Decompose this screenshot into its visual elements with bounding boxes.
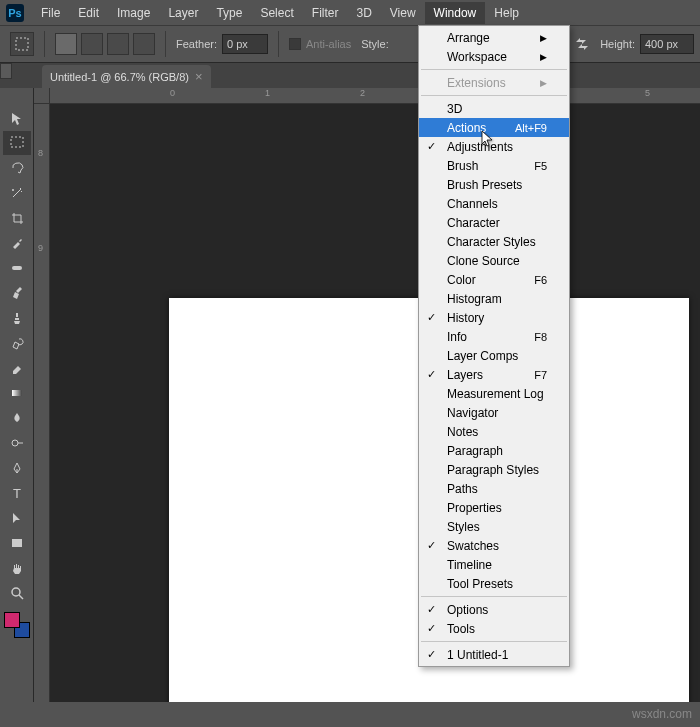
separator [278,31,279,57]
selection-new-button[interactable] [55,33,77,55]
menu-item-color[interactable]: ColorF6 [419,270,569,289]
menu-item-measurement-log[interactable]: Measurement Log [419,384,569,403]
selection-add-button[interactable] [81,33,103,55]
check-icon: ✓ [427,648,436,661]
menu-item-channels[interactable]: Channels [419,194,569,213]
menu-item-tools[interactable]: ✓Tools [419,619,569,638]
svg-rect-2 [12,266,22,270]
swap-icon[interactable] [574,36,590,52]
active-tool-icon[interactable] [10,32,34,56]
menu-item-brush[interactable]: BrushF5 [419,156,569,175]
menu-item-3d[interactable]: 3D [419,99,569,118]
menu-item-history[interactable]: ✓History [419,308,569,327]
eyedropper-tool[interactable] [3,231,31,255]
menu-item-paragraph[interactable]: Paragraph [419,441,569,460]
menu-edit[interactable]: Edit [69,2,108,24]
selection-intersect-button[interactable] [133,33,155,55]
menu-item-properties[interactable]: Properties [419,498,569,517]
menu-shortcut: F8 [534,331,547,343]
menu-item-label: Tool Presets [447,577,513,591]
menu-item-workspace[interactable]: Workspace▶ [419,47,569,66]
move-tool[interactable] [3,106,31,130]
antialias-label: Anti-alias [306,38,351,50]
height-input[interactable]: 400 px [640,34,694,54]
menu-item-character-styles[interactable]: Character Styles [419,232,569,251]
rectangle-shape-tool[interactable] [3,531,31,555]
submenu-arrow-icon: ▶ [540,33,547,43]
menu-3d[interactable]: 3D [347,2,380,24]
panel-toggle-icon[interactable] [0,63,12,79]
menu-help[interactable]: Help [485,2,528,24]
menu-item-paths[interactable]: Paths [419,479,569,498]
menu-item-brush-presets[interactable]: Brush Presets [419,175,569,194]
menu-image[interactable]: Image [108,2,159,24]
menu-item-histogram[interactable]: Histogram [419,289,569,308]
menu-item-info[interactable]: InfoF8 [419,327,569,346]
eraser-tool[interactable] [3,356,31,380]
menu-item-label: History [447,311,484,325]
menu-item-1-untitled-1[interactable]: ✓1 Untitled-1 [419,645,569,664]
menu-item-clone-source[interactable]: Clone Source [419,251,569,270]
selection-subtract-button[interactable] [107,33,129,55]
menu-item-layer-comps[interactable]: Layer Comps [419,346,569,365]
menu-item-notes[interactable]: Notes [419,422,569,441]
check-icon: ✓ [427,140,436,153]
menu-item-character[interactable]: Character [419,213,569,232]
document-tab-bar: Untitled-1 @ 66.7% (RGB/8) × [0,63,700,88]
menu-item-label: Measurement Log [447,387,544,401]
dodge-tool[interactable] [3,431,31,455]
rectangular-marquee-tool[interactable] [3,131,31,155]
clone-stamp-tool[interactable] [3,306,31,330]
menu-item-layers[interactable]: ✓LayersF7 [419,365,569,384]
menu-item-options[interactable]: ✓Options [419,600,569,619]
pen-tool[interactable] [3,456,31,480]
svg-rect-3 [12,390,22,396]
menu-file[interactable]: File [32,2,69,24]
lasso-tool[interactable] [3,156,31,180]
menu-filter[interactable]: Filter [303,2,348,24]
menu-item-extensions: Extensions▶ [419,73,569,92]
menu-layer[interactable]: Layer [159,2,207,24]
magic-wand-tool[interactable] [3,181,31,205]
color-swatches[interactable] [4,612,30,638]
menu-item-label: Brush Presets [447,178,522,192]
type-tool[interactable]: T [3,481,31,505]
options-bar: Feather: 0 px Anti-alias Style: Height: … [0,25,700,63]
menu-item-styles[interactable]: Styles [419,517,569,536]
check-icon: ✓ [427,539,436,552]
menu-item-paragraph-styles[interactable]: Paragraph Styles [419,460,569,479]
menu-window[interactable]: Window [425,2,486,24]
ruler-corner [34,88,50,104]
svg-rect-6 [12,539,22,547]
menu-item-label: Navigator [447,406,498,420]
check-icon: ✓ [427,368,436,381]
history-brush-tool[interactable] [3,331,31,355]
document-tab[interactable]: Untitled-1 @ 66.7% (RGB/8) × [42,65,211,88]
healing-brush-tool[interactable] [3,256,31,280]
antialias-checkbox[interactable] [289,38,301,50]
menu-item-swatches[interactable]: ✓Swatches [419,536,569,555]
close-icon[interactable]: × [195,69,203,84]
canvas-viewport[interactable]: 0123456 89 [34,88,700,702]
menu-view[interactable]: View [381,2,425,24]
brush-tool[interactable] [3,281,31,305]
feather-input[interactable]: 0 px [222,34,268,54]
menu-item-arrange[interactable]: Arrange▶ [419,28,569,47]
zoom-tool[interactable] [3,581,31,605]
crop-tool[interactable] [3,206,31,230]
menu-item-navigator[interactable]: Navigator [419,403,569,422]
foreground-color-swatch[interactable] [4,612,20,628]
blur-tool[interactable] [3,406,31,430]
feather-label: Feather: [176,38,217,50]
ruler-tick: 8 [38,148,43,158]
hand-tool[interactable] [3,556,31,580]
menu-item-timeline[interactable]: Timeline [419,555,569,574]
menu-select[interactable]: Select [251,2,302,24]
menu-item-label: Arrange [447,31,490,45]
path-selection-tool[interactable] [3,506,31,530]
menu-item-tool-presets[interactable]: Tool Presets [419,574,569,593]
menu-item-label: Layers [447,368,483,382]
gradient-tool[interactable] [3,381,31,405]
menu-item-label: Swatches [447,539,499,553]
menu-type[interactable]: Type [207,2,251,24]
